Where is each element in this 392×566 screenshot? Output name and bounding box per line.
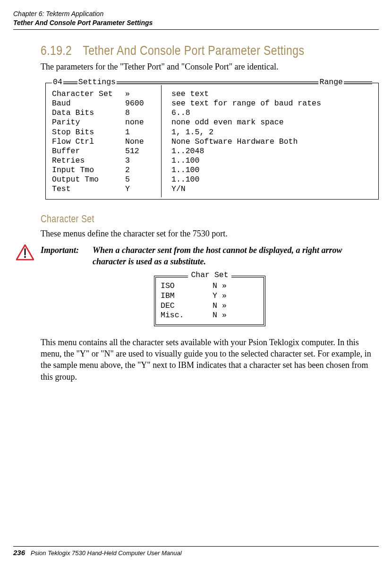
charset-row-val: N: [213, 301, 222, 311]
setting-range: 1..100: [158, 175, 374, 184]
settings-box: 04 Settings Range Character Set»see text…: [45, 83, 379, 200]
svg-point-2: [24, 256, 26, 258]
header-section: Tether And Console Port Parameter Settin…: [13, 18, 379, 27]
charset-heading: Character Set: [41, 213, 311, 225]
footer-rule: [13, 546, 379, 547]
setting-name: Flow Ctrl: [52, 137, 125, 147]
setting-range: none odd even mark space: [158, 118, 374, 127]
setting-name: Character Set: [52, 89, 125, 99]
setting-range: Y/N: [158, 184, 374, 194]
settings-label: Settings: [77, 78, 117, 87]
setting-name: Baud: [52, 99, 125, 108]
setting-range: see text: [158, 89, 374, 99]
section-intro: The parameters for the "Tether Port" and…: [41, 61, 379, 72]
charset-row-val: Y: [213, 291, 222, 301]
charset-row-arrow: »: [222, 291, 231, 301]
important-body: When a character sent from the host cann…: [93, 244, 357, 268]
setting-range: see text for range of baud rates: [158, 99, 374, 108]
setting-name: Output Tmo: [52, 175, 125, 184]
charset-intro: These menus define the character set for…: [41, 228, 379, 239]
setting-range: None Software Hardware Both: [158, 137, 374, 147]
setting-range: 1..100: [158, 156, 374, 165]
important-note: Important:When a character sent from the…: [16, 244, 379, 268]
setting-range: 1..2048: [158, 147, 374, 156]
setting-value: »: [125, 89, 158, 99]
section-title: Tether And Console Port Parameter Settin…: [83, 43, 304, 58]
manual-title: Psion Teklogix 7530 Hand-Held Computer U…: [31, 549, 182, 557]
settings-box-num: 04: [52, 78, 63, 87]
charset-row-arrow: »: [222, 311, 231, 321]
setting-name: Retries: [52, 156, 125, 165]
setting-value: Y: [125, 184, 158, 194]
setting-range: 1, 1.5, 2: [158, 128, 374, 137]
page-footer: 236Psion Teklogix 7530 Hand-Held Compute…: [13, 546, 379, 557]
setting-value: 1: [125, 128, 158, 137]
setting-name: Input Tmo: [52, 165, 125, 175]
charset-row-name: ISO: [161, 281, 213, 291]
charset-row-name: Misc.: [161, 311, 213, 321]
setting-value: 512: [125, 147, 158, 156]
charset-row-arrow: »: [222, 281, 231, 291]
setting-range: 6..8: [158, 108, 374, 118]
range-label: Range: [318, 78, 344, 87]
setting-value: 2: [125, 165, 158, 175]
charset-row-arrow: »: [222, 301, 231, 311]
section-number: 6.19.2: [41, 43, 72, 58]
setting-name: Stop Bits: [52, 128, 125, 137]
header-rule: [13, 29, 379, 30]
charset-box-title: Char Set: [188, 270, 231, 280]
section-heading: 6.19.2Tether And Console Port Parameter …: [41, 43, 318, 58]
settings-table: Character Set»see text Baud9600see text …: [52, 89, 374, 194]
charset-row-name: IBM: [161, 291, 213, 301]
charset-box: Char Set ISON» IBMY» DECN» Misc.N»: [154, 276, 265, 326]
setting-name: Buffer: [52, 147, 125, 156]
setting-range: 1..100: [158, 165, 374, 175]
setting-value: 9600: [125, 99, 158, 108]
charset-row-val: N: [213, 311, 222, 321]
setting-value: 5: [125, 175, 158, 184]
setting-value: None: [125, 137, 158, 147]
setting-name: Parity: [52, 118, 125, 127]
header-chapter: Chapter 6: Tekterm Application: [13, 9, 379, 18]
setting-value: 8: [125, 108, 158, 118]
setting-value: none: [125, 118, 158, 127]
page-number: 236: [13, 549, 25, 557]
charset-row-val: N: [213, 281, 222, 291]
setting-name: Data Bits: [52, 108, 125, 118]
setting-value: 3: [125, 156, 158, 165]
charset-paragraph: This menu contains all the character set…: [41, 337, 379, 383]
important-label: Important:: [41, 244, 93, 256]
warning-icon: [16, 244, 34, 261]
setting-name: Test: [52, 184, 125, 194]
charset-row-name: DEC: [161, 301, 213, 311]
